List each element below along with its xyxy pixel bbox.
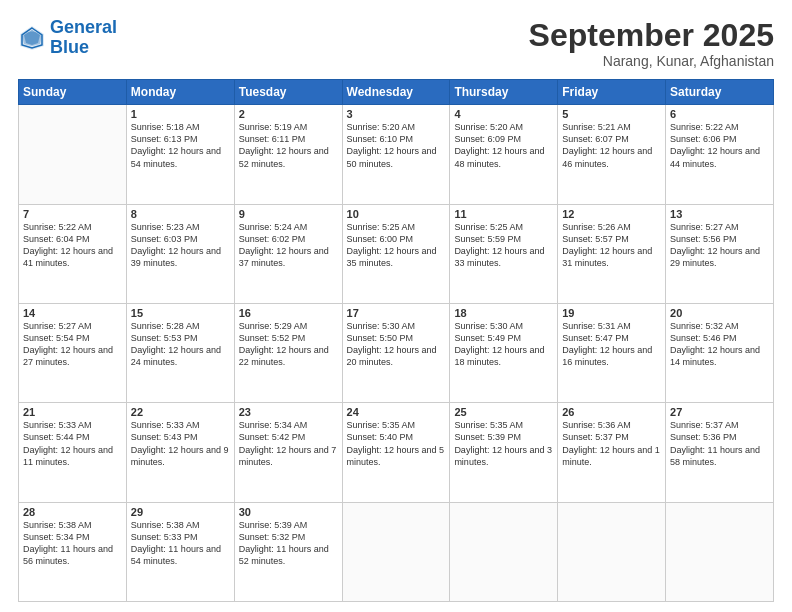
- logo-general: General: [50, 17, 117, 37]
- calendar-header: SundayMondayTuesdayWednesdayThursdayFrid…: [19, 80, 774, 105]
- day-cell: 17Sunrise: 5:30 AMSunset: 5:50 PMDayligh…: [342, 303, 450, 402]
- day-number: 3: [347, 108, 446, 120]
- logo-text: General Blue: [50, 18, 117, 58]
- day-number: 29: [131, 506, 230, 518]
- cell-text: Sunrise: 5:30 AMSunset: 5:50 PMDaylight:…: [347, 320, 446, 369]
- day-cell: 8Sunrise: 5:23 AMSunset: 6:03 PMDaylight…: [126, 204, 234, 303]
- day-number: 9: [239, 208, 338, 220]
- cell-text: Sunrise: 5:22 AMSunset: 6:04 PMDaylight:…: [23, 221, 122, 270]
- day-cell: 18Sunrise: 5:30 AMSunset: 5:49 PMDayligh…: [450, 303, 558, 402]
- cell-text: Sunrise: 5:38 AMSunset: 5:33 PMDaylight:…: [131, 519, 230, 568]
- day-cell: 2Sunrise: 5:19 AMSunset: 6:11 PMDaylight…: [234, 105, 342, 204]
- day-cell: 5Sunrise: 5:21 AMSunset: 6:07 PMDaylight…: [558, 105, 666, 204]
- day-number: 18: [454, 307, 553, 319]
- day-cell: 25Sunrise: 5:35 AMSunset: 5:39 PMDayligh…: [450, 403, 558, 502]
- cell-text: Sunrise: 5:27 AMSunset: 5:54 PMDaylight:…: [23, 320, 122, 369]
- cell-text: Sunrise: 5:20 AMSunset: 6:10 PMDaylight:…: [347, 121, 446, 170]
- day-cell: 30Sunrise: 5:39 AMSunset: 5:32 PMDayligh…: [234, 502, 342, 601]
- cell-text: Sunrise: 5:22 AMSunset: 6:06 PMDaylight:…: [670, 121, 769, 170]
- week-row-1: 1Sunrise: 5:18 AMSunset: 6:13 PMDaylight…: [19, 105, 774, 204]
- day-cell: 20Sunrise: 5:32 AMSunset: 5:46 PMDayligh…: [666, 303, 774, 402]
- day-number: 1: [131, 108, 230, 120]
- cell-text: Sunrise: 5:29 AMSunset: 5:52 PMDaylight:…: [239, 320, 338, 369]
- day-cell: 24Sunrise: 5:35 AMSunset: 5:40 PMDayligh…: [342, 403, 450, 502]
- cell-text: Sunrise: 5:33 AMSunset: 5:44 PMDaylight:…: [23, 419, 122, 468]
- header-cell-saturday: Saturday: [666, 80, 774, 105]
- day-cell: 11Sunrise: 5:25 AMSunset: 5:59 PMDayligh…: [450, 204, 558, 303]
- day-cell: 6Sunrise: 5:22 AMSunset: 6:06 PMDaylight…: [666, 105, 774, 204]
- logo: General Blue: [18, 18, 117, 58]
- cell-text: Sunrise: 5:21 AMSunset: 6:07 PMDaylight:…: [562, 121, 661, 170]
- cell-text: Sunrise: 5:38 AMSunset: 5:34 PMDaylight:…: [23, 519, 122, 568]
- header-cell-friday: Friday: [558, 80, 666, 105]
- day-cell: 15Sunrise: 5:28 AMSunset: 5:53 PMDayligh…: [126, 303, 234, 402]
- cell-text: Sunrise: 5:20 AMSunset: 6:09 PMDaylight:…: [454, 121, 553, 170]
- header: General Blue September 2025 Narang, Kuna…: [18, 18, 774, 69]
- day-number: 23: [239, 406, 338, 418]
- cell-text: Sunrise: 5:35 AMSunset: 5:39 PMDaylight:…: [454, 419, 553, 468]
- cell-text: Sunrise: 5:31 AMSunset: 5:47 PMDaylight:…: [562, 320, 661, 369]
- cell-text: Sunrise: 5:35 AMSunset: 5:40 PMDaylight:…: [347, 419, 446, 468]
- day-number: 13: [670, 208, 769, 220]
- cell-text: Sunrise: 5:26 AMSunset: 5:57 PMDaylight:…: [562, 221, 661, 270]
- day-number: 11: [454, 208, 553, 220]
- day-cell: [450, 502, 558, 601]
- day-cell: 28Sunrise: 5:38 AMSunset: 5:34 PMDayligh…: [19, 502, 127, 601]
- cell-text: Sunrise: 5:27 AMSunset: 5:56 PMDaylight:…: [670, 221, 769, 270]
- day-cell: [558, 502, 666, 601]
- day-cell: 27Sunrise: 5:37 AMSunset: 5:36 PMDayligh…: [666, 403, 774, 502]
- header-cell-sunday: Sunday: [19, 80, 127, 105]
- cell-text: Sunrise: 5:39 AMSunset: 5:32 PMDaylight:…: [239, 519, 338, 568]
- cell-text: Sunrise: 5:19 AMSunset: 6:11 PMDaylight:…: [239, 121, 338, 170]
- day-number: 30: [239, 506, 338, 518]
- day-number: 16: [239, 307, 338, 319]
- day-cell: 12Sunrise: 5:26 AMSunset: 5:57 PMDayligh…: [558, 204, 666, 303]
- cell-text: Sunrise: 5:18 AMSunset: 6:13 PMDaylight:…: [131, 121, 230, 170]
- day-number: 8: [131, 208, 230, 220]
- header-row: SundayMondayTuesdayWednesdayThursdayFrid…: [19, 80, 774, 105]
- day-cell: 7Sunrise: 5:22 AMSunset: 6:04 PMDaylight…: [19, 204, 127, 303]
- day-cell: 4Sunrise: 5:20 AMSunset: 6:09 PMDaylight…: [450, 105, 558, 204]
- day-cell: 14Sunrise: 5:27 AMSunset: 5:54 PMDayligh…: [19, 303, 127, 402]
- cell-text: Sunrise: 5:30 AMSunset: 5:49 PMDaylight:…: [454, 320, 553, 369]
- day-number: 26: [562, 406, 661, 418]
- cell-text: Sunrise: 5:32 AMSunset: 5:46 PMDaylight:…: [670, 320, 769, 369]
- day-number: 24: [347, 406, 446, 418]
- day-number: 7: [23, 208, 122, 220]
- main-title: September 2025: [529, 18, 774, 53]
- cell-text: Sunrise: 5:34 AMSunset: 5:42 PMDaylight:…: [239, 419, 338, 468]
- header-cell-thursday: Thursday: [450, 80, 558, 105]
- day-cell: 23Sunrise: 5:34 AMSunset: 5:42 PMDayligh…: [234, 403, 342, 502]
- day-number: 20: [670, 307, 769, 319]
- week-row-2: 7Sunrise: 5:22 AMSunset: 6:04 PMDaylight…: [19, 204, 774, 303]
- day-number: 5: [562, 108, 661, 120]
- week-row-4: 21Sunrise: 5:33 AMSunset: 5:44 PMDayligh…: [19, 403, 774, 502]
- day-cell: 21Sunrise: 5:33 AMSunset: 5:44 PMDayligh…: [19, 403, 127, 502]
- day-number: 21: [23, 406, 122, 418]
- day-cell: 22Sunrise: 5:33 AMSunset: 5:43 PMDayligh…: [126, 403, 234, 502]
- day-cell: [19, 105, 127, 204]
- day-number: 17: [347, 307, 446, 319]
- day-number: 12: [562, 208, 661, 220]
- subtitle: Narang, Kunar, Afghanistan: [529, 53, 774, 69]
- week-row-5: 28Sunrise: 5:38 AMSunset: 5:34 PMDayligh…: [19, 502, 774, 601]
- day-number: 25: [454, 406, 553, 418]
- day-cell: [666, 502, 774, 601]
- day-cell: 3Sunrise: 5:20 AMSunset: 6:10 PMDaylight…: [342, 105, 450, 204]
- day-number: 22: [131, 406, 230, 418]
- day-number: 19: [562, 307, 661, 319]
- calendar-table: SundayMondayTuesdayWednesdayThursdayFrid…: [18, 79, 774, 602]
- day-number: 28: [23, 506, 122, 518]
- header-cell-monday: Monday: [126, 80, 234, 105]
- day-number: 4: [454, 108, 553, 120]
- title-block: September 2025 Narang, Kunar, Afghanista…: [529, 18, 774, 69]
- cell-text: Sunrise: 5:24 AMSunset: 6:02 PMDaylight:…: [239, 221, 338, 270]
- cell-text: Sunrise: 5:25 AMSunset: 6:00 PMDaylight:…: [347, 221, 446, 270]
- header-cell-wednesday: Wednesday: [342, 80, 450, 105]
- cell-text: Sunrise: 5:37 AMSunset: 5:36 PMDaylight:…: [670, 419, 769, 468]
- logo-blue: Blue: [50, 38, 117, 58]
- page: General Blue September 2025 Narang, Kuna…: [0, 0, 792, 612]
- day-number: 2: [239, 108, 338, 120]
- cell-text: Sunrise: 5:23 AMSunset: 6:03 PMDaylight:…: [131, 221, 230, 270]
- day-cell: 9Sunrise: 5:24 AMSunset: 6:02 PMDaylight…: [234, 204, 342, 303]
